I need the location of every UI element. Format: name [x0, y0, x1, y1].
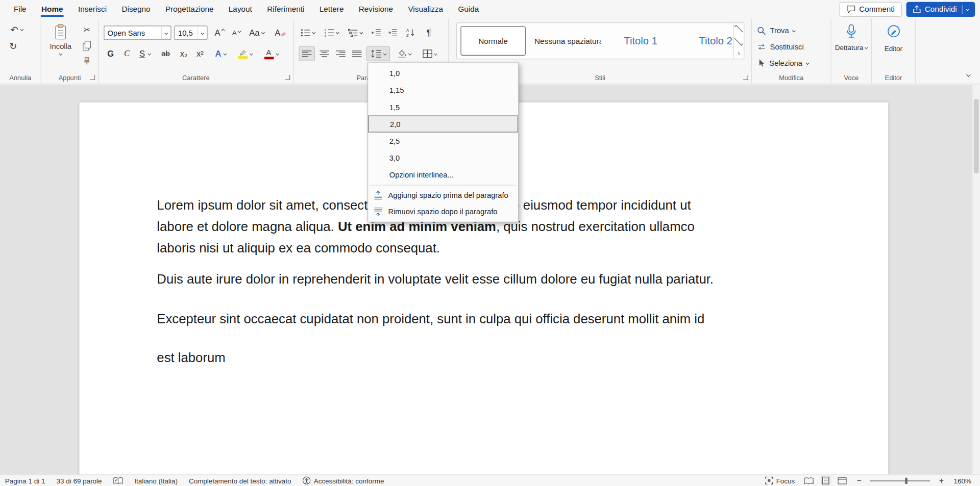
replace-button[interactable]: Sostituisci	[757, 40, 804, 54]
paste-button[interactable]: Incolla	[46, 21, 75, 76]
comments-button[interactable]: Commenti	[839, 2, 901, 17]
find-button[interactable]: Trova	[757, 24, 795, 38]
decrease-indent-button[interactable]	[369, 25, 383, 40]
menu-item-opzioni-interlinea[interactable]: Opzioni interlinea...	[368, 166, 518, 183]
tab-layout[interactable]: Layout	[221, 0, 259, 19]
dialog-launcher-icon[interactable]	[743, 75, 748, 80]
align-center-button[interactable]	[316, 46, 333, 61]
bold-button[interactable]: G	[104, 46, 117, 61]
accessibility-label: Accessibilità: conforme	[314, 477, 384, 484]
menu-item-1-0[interactable]: 1,0	[368, 65, 518, 82]
group-carattere: Open Sans 10,5 A A Aa A G C S ab	[99, 19, 293, 84]
align-left-button[interactable]	[299, 46, 315, 61]
tab-progettazione[interactable]: Progettazione	[158, 0, 221, 19]
shrink-font-button[interactable]: A	[229, 25, 243, 40]
scrollbar-thumb[interactable]	[974, 98, 979, 173]
gallery-expand-button[interactable]	[734, 47, 744, 59]
gallery-scroll-down-button[interactable]	[734, 35, 744, 47]
subscript-button[interactable]: x₂	[176, 46, 191, 61]
font-size-combo[interactable]: 10,5	[175, 25, 208, 40]
redo-button[interactable]: ↻	[5, 38, 21, 53]
web-layout-button[interactable]	[836, 476, 848, 485]
zoom-in-button[interactable]: +	[938, 476, 945, 485]
font-color-button[interactable]: A	[260, 46, 282, 61]
menu-item-2-0[interactable]: 2,0	[368, 116, 518, 133]
tab-home[interactable]: Home	[34, 0, 70, 19]
superscript-button[interactable]: x²	[192, 46, 207, 61]
menu-item-1-5[interactable]: 1,5	[368, 98, 518, 115]
menu-item-3-0[interactable]: 3,0	[368, 149, 518, 166]
style-nessuna-spaziatura[interactable]: Nessuna spaziatura	[531, 26, 601, 56]
tab-riferimenti[interactable]: Riferimenti	[260, 0, 312, 19]
menu-item-2-5[interactable]: 2,5	[368, 133, 518, 149]
clear-formatting-button[interactable]: A	[271, 25, 288, 40]
language-indicator[interactable]: Italiano (Italia)	[134, 477, 178, 484]
show-formatting-button[interactable]: ¶	[421, 25, 436, 40]
group-label-modifica: Modifica	[752, 73, 830, 81]
text-effects-button[interactable]: A	[211, 46, 230, 61]
borders-button[interactable]	[418, 46, 442, 61]
tab-disegno[interactable]: Disegno	[114, 0, 158, 19]
font-name-combo[interactable]: Open Sans	[104, 25, 171, 40]
copy-button[interactable]	[79, 38, 95, 53]
dictate-label-row[interactable]: Dettatura	[831, 44, 871, 52]
editor-button[interactable]	[872, 24, 915, 38]
shading-button[interactable]	[393, 46, 415, 61]
highlight-button[interactable]	[234, 46, 256, 61]
dialog-launcher-icon[interactable]	[90, 75, 95, 80]
sort-button[interactable]: AZ	[403, 25, 419, 40]
line-spacing-button[interactable]	[366, 46, 390, 61]
zoom-slider-thumb[interactable]	[905, 477, 908, 483]
tab-lettere[interactable]: Lettere	[312, 0, 351, 19]
clipboard-icon	[54, 24, 67, 40]
cut-button[interactable]: ✂	[79, 22, 95, 37]
down-arrow-icon	[237, 29, 241, 33]
tab-visualizza[interactable]: Visualizza	[401, 0, 451, 19]
dictate-button[interactable]	[831, 24, 871, 39]
share-button[interactable]: Condividi	[906, 2, 975, 17]
text-completion-status[interactable]: Completamento del testo: attivato	[189, 477, 291, 484]
vertical-scrollbar[interactable]	[972, 85, 980, 475]
tab-file[interactable]: File	[6, 0, 34, 19]
zoom-slider[interactable]	[870, 477, 930, 484]
select-button[interactable]: Seleziona	[757, 56, 808, 70]
gallery-scroll-up-button[interactable]	[734, 23, 744, 35]
tab-revisione[interactable]: Revisione	[351, 0, 401, 19]
tab-inserisci[interactable]: Inserisci	[70, 0, 114, 19]
menu-item-add-space-before[interactable]: Aggiungi spazio prima del paragrafo	[368, 187, 518, 203]
strikethrough-button[interactable]: ab	[158, 46, 174, 61]
justify-button[interactable]	[349, 46, 365, 61]
undo-button[interactable]: ↶	[5, 22, 29, 37]
menu-item-remove-space-after[interactable]: Rimuovi spazio dopo il paragrafo	[368, 203, 518, 220]
focus-button[interactable]: Focus	[765, 476, 795, 484]
change-case-button[interactable]: Aa	[246, 25, 267, 40]
style-normale[interactable]: Normale	[460, 26, 525, 56]
style-titolo-2[interactable]: Titolo 2	[680, 26, 733, 56]
collapse-ribbon-button[interactable]	[967, 67, 970, 79]
accessibility-status[interactable]: Accessibilità: conforme	[303, 476, 384, 484]
grow-font-button[interactable]: A	[211, 25, 228, 40]
menu-item-1-15[interactable]: 1,15	[368, 82, 518, 98]
zoom-out-button[interactable]: −	[855, 476, 863, 485]
gallery-more-icon	[734, 52, 744, 53]
underline-button[interactable]: S	[135, 46, 155, 61]
chevron-down-icon	[223, 52, 227, 56]
style-titolo-1[interactable]: Titolo 1	[606, 26, 676, 56]
chevron-down-icon	[805, 61, 809, 65]
zoom-level[interactable]: 160%	[952, 477, 971, 484]
tab-guida[interactable]: Guida	[451, 0, 486, 19]
font-color-icon: A	[264, 48, 273, 59]
print-layout-button[interactable]	[821, 476, 831, 485]
multilevel-list-button[interactable]	[345, 25, 365, 40]
bullets-button[interactable]	[298, 25, 317, 40]
align-right-button[interactable]	[332, 46, 349, 61]
read-mode-button[interactable]	[802, 476, 815, 485]
italic-button[interactable]: C	[120, 46, 134, 61]
numbering-button[interactable]: 123	[321, 25, 341, 40]
page-indicator[interactable]: Pagina 1 di 1	[5, 477, 45, 484]
proofing-icon[interactable]	[113, 477, 124, 484]
increase-indent-button[interactable]	[385, 25, 400, 40]
format-painter-button[interactable]	[79, 55, 95, 69]
word-count[interactable]: 33 di 69 parole	[56, 477, 102, 484]
dialog-launcher-icon[interactable]	[285, 75, 290, 80]
